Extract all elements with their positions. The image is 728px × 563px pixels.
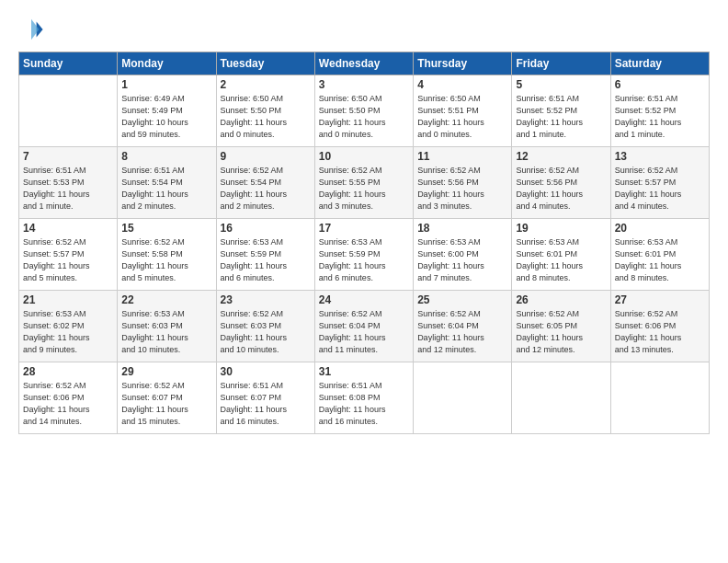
calendar-cell: 14Sunrise: 6:52 AM Sunset: 5:57 PM Dayli… xyxy=(19,219,118,291)
svg-marker-1 xyxy=(31,19,39,40)
day-number: 6 xyxy=(615,78,705,91)
calendar-cell: 18Sunrise: 6:53 AM Sunset: 6:00 PM Dayli… xyxy=(414,219,512,291)
day-info: Sunrise: 6:53 AM Sunset: 5:59 PM Dayligh… xyxy=(221,236,311,284)
day-number: 15 xyxy=(121,222,211,235)
calendar-cell: 19Sunrise: 6:53 AM Sunset: 6:01 PM Dayli… xyxy=(512,219,610,291)
day-info: Sunrise: 6:50 AM Sunset: 5:51 PM Dayligh… xyxy=(417,93,507,141)
day-number: 10 xyxy=(319,150,409,163)
calendar-cell xyxy=(19,75,118,147)
day-info: Sunrise: 6:51 AM Sunset: 5:52 PM Dayligh… xyxy=(615,93,705,141)
day-number: 18 xyxy=(417,222,507,235)
logo xyxy=(18,17,44,44)
day-info: Sunrise: 6:53 AM Sunset: 6:02 PM Dayligh… xyxy=(23,308,113,356)
day-number: 23 xyxy=(221,293,311,306)
calendar-cell: 25Sunrise: 6:52 AM Sunset: 6:04 PM Dayli… xyxy=(414,291,512,362)
week-row-3: 14Sunrise: 6:52 AM Sunset: 5:57 PM Dayli… xyxy=(19,219,710,291)
day-info: Sunrise: 6:51 AM Sunset: 5:52 PM Dayligh… xyxy=(516,93,606,141)
day-number: 25 xyxy=(417,293,507,306)
day-number: 16 xyxy=(221,222,311,235)
day-info: Sunrise: 6:52 AM Sunset: 6:04 PM Dayligh… xyxy=(417,308,507,356)
calendar-cell: 5Sunrise: 6:51 AM Sunset: 5:52 PM Daylig… xyxy=(512,75,610,147)
col-header-saturday: Saturday xyxy=(610,52,709,75)
day-number: 11 xyxy=(417,150,507,163)
calendar-cell: 28Sunrise: 6:52 AM Sunset: 6:06 PM Dayli… xyxy=(19,362,118,434)
day-info: Sunrise: 6:51 AM Sunset: 5:54 PM Dayligh… xyxy=(121,165,211,213)
calendar-cell: 27Sunrise: 6:52 AM Sunset: 6:06 PM Dayli… xyxy=(610,291,709,362)
calendar-cell: 9Sunrise: 6:52 AM Sunset: 5:54 PM Daylig… xyxy=(216,147,314,219)
day-info: Sunrise: 6:50 AM Sunset: 5:50 PM Dayligh… xyxy=(319,93,409,141)
day-number: 24 xyxy=(319,293,409,306)
day-info: Sunrise: 6:52 AM Sunset: 6:04 PM Dayligh… xyxy=(319,308,409,356)
day-number: 12 xyxy=(516,150,606,163)
week-row-1: 1Sunrise: 6:49 AM Sunset: 5:49 PM Daylig… xyxy=(19,75,710,147)
day-info: Sunrise: 6:53 AM Sunset: 5:59 PM Dayligh… xyxy=(319,236,409,284)
calendar-cell: 26Sunrise: 6:52 AM Sunset: 6:05 PM Dayli… xyxy=(512,291,610,362)
day-info: Sunrise: 6:52 AM Sunset: 5:56 PM Dayligh… xyxy=(516,165,606,213)
calendar-cell: 6Sunrise: 6:51 AM Sunset: 5:52 PM Daylig… xyxy=(610,75,709,147)
calendar-cell: 12Sunrise: 6:52 AM Sunset: 5:56 PM Dayli… xyxy=(512,147,610,219)
calendar-cell: 2Sunrise: 6:50 AM Sunset: 5:50 PM Daylig… xyxy=(216,75,314,147)
day-info: Sunrise: 6:52 AM Sunset: 5:57 PM Dayligh… xyxy=(23,236,113,284)
day-number: 9 xyxy=(221,150,311,163)
day-info: Sunrise: 6:53 AM Sunset: 6:01 PM Dayligh… xyxy=(516,236,606,284)
day-info: Sunrise: 6:52 AM Sunset: 6:06 PM Dayligh… xyxy=(23,380,113,428)
calendar-cell: 31Sunrise: 6:51 AM Sunset: 6:08 PM Dayli… xyxy=(314,362,413,434)
day-info: Sunrise: 6:51 AM Sunset: 5:53 PM Dayligh… xyxy=(23,165,113,213)
day-info: Sunrise: 6:52 AM Sunset: 6:06 PM Dayligh… xyxy=(615,308,705,356)
day-number: 2 xyxy=(221,78,311,91)
day-number: 14 xyxy=(23,222,113,235)
calendar-cell: 8Sunrise: 6:51 AM Sunset: 5:54 PM Daylig… xyxy=(118,147,216,219)
col-header-friday: Friday xyxy=(512,52,610,75)
day-number: 22 xyxy=(121,293,211,306)
day-info: Sunrise: 6:49 AM Sunset: 5:49 PM Dayligh… xyxy=(121,93,211,141)
col-header-sunday: Sunday xyxy=(19,52,118,75)
header-row: SundayMondayTuesdayWednesdayThursdayFrid… xyxy=(19,52,710,75)
day-number: 26 xyxy=(516,293,606,306)
calendar-cell: 23Sunrise: 6:52 AM Sunset: 6:03 PM Dayli… xyxy=(216,291,314,362)
calendar-cell: 13Sunrise: 6:52 AM Sunset: 5:57 PM Dayli… xyxy=(610,147,709,219)
day-number: 5 xyxy=(516,78,606,91)
day-info: Sunrise: 6:53 AM Sunset: 6:00 PM Dayligh… xyxy=(417,236,507,284)
calendar-cell: 4Sunrise: 6:50 AM Sunset: 5:51 PM Daylig… xyxy=(414,75,512,147)
day-number: 4 xyxy=(417,78,507,91)
calendar-cell: 1Sunrise: 6:49 AM Sunset: 5:49 PM Daylig… xyxy=(118,75,216,147)
col-header-wednesday: Wednesday xyxy=(314,52,413,75)
day-number: 28 xyxy=(23,365,113,378)
calendar-cell: 29Sunrise: 6:52 AM Sunset: 6:07 PM Dayli… xyxy=(118,362,216,434)
day-number: 29 xyxy=(121,365,211,378)
calendar-table: SundayMondayTuesdayWednesdayThursdayFrid… xyxy=(18,52,710,434)
day-number: 31 xyxy=(319,365,409,378)
calendar-cell: 7Sunrise: 6:51 AM Sunset: 5:53 PM Daylig… xyxy=(19,147,118,219)
day-info: Sunrise: 6:52 AM Sunset: 5:58 PM Dayligh… xyxy=(121,236,211,284)
calendar-cell: 17Sunrise: 6:53 AM Sunset: 5:59 PM Dayli… xyxy=(314,219,413,291)
calendar-cell: 30Sunrise: 6:51 AM Sunset: 6:07 PM Dayli… xyxy=(216,362,314,434)
day-number: 19 xyxy=(516,222,606,235)
calendar-cell xyxy=(610,362,709,434)
day-info: Sunrise: 6:52 AM Sunset: 5:54 PM Dayligh… xyxy=(221,165,311,213)
day-number: 17 xyxy=(319,222,409,235)
calendar-cell: 20Sunrise: 6:53 AM Sunset: 6:01 PM Dayli… xyxy=(610,219,709,291)
logo-icon xyxy=(18,17,44,42)
calendar-cell: 24Sunrise: 6:52 AM Sunset: 6:04 PM Dayli… xyxy=(314,291,413,362)
calendar-cell xyxy=(414,362,512,434)
day-info: Sunrise: 6:53 AM Sunset: 6:01 PM Dayligh… xyxy=(615,236,705,284)
day-info: Sunrise: 6:52 AM Sunset: 5:57 PM Dayligh… xyxy=(615,165,705,213)
calendar-cell: 10Sunrise: 6:52 AM Sunset: 5:55 PM Dayli… xyxy=(314,147,413,219)
col-header-tuesday: Tuesday xyxy=(216,52,314,75)
col-header-thursday: Thursday xyxy=(414,52,512,75)
day-info: Sunrise: 6:52 AM Sunset: 6:07 PM Dayligh… xyxy=(121,380,211,428)
day-info: Sunrise: 6:52 AM Sunset: 6:05 PM Dayligh… xyxy=(516,308,606,356)
week-row-5: 28Sunrise: 6:52 AM Sunset: 6:06 PM Dayli… xyxy=(19,362,710,434)
calendar-cell: 3Sunrise: 6:50 AM Sunset: 5:50 PM Daylig… xyxy=(314,75,413,147)
day-info: Sunrise: 6:50 AM Sunset: 5:50 PM Dayligh… xyxy=(221,93,311,141)
day-number: 7 xyxy=(23,150,113,163)
day-info: Sunrise: 6:52 AM Sunset: 6:03 PM Dayligh… xyxy=(221,308,311,356)
week-row-4: 21Sunrise: 6:53 AM Sunset: 6:02 PM Dayli… xyxy=(19,291,710,362)
col-header-monday: Monday xyxy=(118,52,216,75)
day-number: 3 xyxy=(319,78,409,91)
day-number: 27 xyxy=(615,293,705,306)
calendar-cell: 15Sunrise: 6:52 AM Sunset: 5:58 PM Dayli… xyxy=(118,219,216,291)
day-number: 30 xyxy=(221,365,311,378)
day-info: Sunrise: 6:52 AM Sunset: 5:56 PM Dayligh… xyxy=(417,165,507,213)
day-info: Sunrise: 6:52 AM Sunset: 5:55 PM Dayligh… xyxy=(319,165,409,213)
